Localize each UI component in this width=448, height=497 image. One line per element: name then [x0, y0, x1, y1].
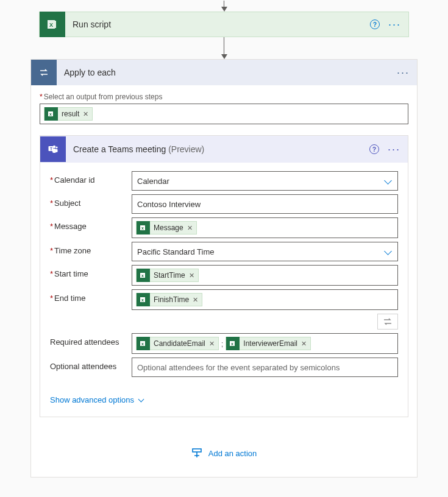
token-candidate-email[interactable]: x CandidateEmail ✕ [136, 337, 219, 350]
svg-text:x: x [141, 342, 144, 346]
remove-token-icon[interactable]: ✕ [193, 296, 198, 304]
svg-point-6 [55, 146, 57, 148]
select-output-input[interactable]: x result ✕ [40, 104, 408, 124]
optional-attendees-input[interactable] [132, 358, 398, 377]
add-action-label: Add an action [208, 449, 257, 458]
subject-label: Subject [54, 199, 80, 208]
row-optional-attendees: Optional attendees [50, 358, 398, 377]
swap-button[interactable] [377, 314, 398, 330]
svg-text:x: x [141, 298, 144, 302]
end-time-input[interactable]: x FinishTime ✕ [132, 289, 398, 310]
show-advanced-options-link[interactable]: Show advanced options [50, 395, 146, 404]
row-calendar-id: *Calendar id Calendar [50, 171, 398, 191]
apply-to-each-card: Apply to each ··· *Select an output from… [30, 59, 418, 478]
required-attendees-label: Required attendees [50, 337, 119, 347]
row-required-attendees: Required attendees x CandidateEmail ✕ ; … [50, 333, 398, 354]
chevron-down-icon [384, 247, 393, 256]
time-zone-value: Pacific Standard Time [137, 247, 214, 256]
svg-rect-21 [193, 449, 201, 452]
token-label: result [62, 110, 79, 118]
calendar-id-select[interactable]: Calendar [132, 171, 398, 191]
excel-icon: x [137, 293, 150, 306]
svg-rect-8 [56, 149, 58, 153]
message-label: Message [54, 222, 87, 231]
svg-text:x: x [49, 112, 52, 116]
loop-icon [31, 60, 57, 85]
token-result[interactable]: x result ✕ [44, 107, 93, 121]
token-label: FinishTime [154, 295, 189, 304]
excel-icon: x [137, 221, 150, 234]
token-interviewer-email[interactable]: x InterviewerEmail ✕ [226, 337, 311, 350]
calendar-id-value: Calendar [137, 177, 169, 186]
add-action-button[interactable]: Add an action [40, 448, 408, 459]
token-starttime[interactable]: x StartTime ✕ [136, 269, 199, 282]
chevron-down-icon [138, 396, 146, 404]
time-zone-select[interactable]: Pacific Standard Time [132, 242, 398, 261]
apply-to-each-header[interactable]: Apply to each ··· [31, 60, 417, 85]
token-separator: ; [221, 339, 224, 348]
token-label: Message [154, 224, 183, 232]
svg-text:x: x [141, 273, 144, 278]
remove-token-icon[interactable]: ✕ [83, 110, 88, 118]
add-action-icon [191, 448, 202, 459]
more-menu[interactable]: ··· [388, 147, 400, 152]
token-message[interactable]: x Message ✕ [136, 221, 197, 234]
run-script-card[interactable]: X Run script ? ··· [39, 12, 409, 37]
remove-token-icon[interactable]: ✕ [301, 340, 307, 348]
excel-icon: X [40, 12, 65, 37]
optional-attendees-label: Optional attendees [50, 362, 116, 371]
teams-meeting-title: Create a Teams meeting (Preview) [73, 144, 369, 154]
end-time-label: End time [54, 294, 85, 303]
row-message: *Message x Message ✕ [50, 217, 398, 238]
start-time-label: Start time [54, 269, 88, 278]
calendar-id-label: Calendar id [54, 175, 95, 185]
teams-meeting-card: T Create a Teams meeting (Preview) ? ···… [40, 135, 408, 417]
token-finishtime[interactable]: x FinishTime ✕ [136, 293, 202, 306]
excel-icon: x [137, 337, 150, 350]
row-end-time: *End time x FinishTime ✕ [50, 289, 398, 310]
connector-arrow-mid [0, 37, 448, 59]
token-label: InterviewerEmail [243, 339, 297, 348]
preview-tag: (Preview) [168, 144, 204, 154]
message-input[interactable]: x Message ✕ [132, 217, 398, 238]
connector-arrow-top [0, 1, 448, 12]
excel-icon: x [226, 337, 240, 350]
more-menu[interactable]: ··· [397, 70, 410, 75]
teams-meeting-header[interactable]: T Create a Teams meeting (Preview) ? ··· [40, 136, 408, 163]
run-script-title: Run script [73, 19, 370, 29]
row-start-time: *Start time x StartTime ✕ [50, 265, 398, 286]
teams-icon: T [40, 136, 66, 162]
chevron-down-icon [384, 177, 393, 185]
remove-token-icon[interactable]: ✕ [189, 272, 194, 280]
svg-text:X: X [49, 22, 53, 28]
svg-text:x: x [141, 226, 144, 230]
apply-to-each-title: Apply to each [64, 68, 397, 77]
excel-icon: x [44, 107, 58, 121]
help-icon[interactable]: ? [369, 144, 379, 154]
time-zone-label: Time zone [54, 246, 91, 255]
select-output-label: *Select an output from previous steps [40, 93, 408, 101]
required-attendees-input[interactable]: x CandidateEmail ✕ ; x InterviewerEmail … [132, 333, 398, 354]
token-label: CandidateEmail [154, 339, 205, 348]
svg-text:x: x [231, 342, 233, 346]
more-menu[interactable]: ··· [388, 22, 401, 27]
excel-icon: x [137, 269, 150, 282]
svg-text:T: T [50, 147, 52, 151]
start-time-input[interactable]: x StartTime ✕ [132, 265, 398, 286]
token-label: StartTime [154, 271, 185, 280]
remove-token-icon[interactable]: ✕ [209, 340, 215, 348]
row-subject: *Subject [50, 194, 398, 214]
remove-token-icon[interactable]: ✕ [187, 224, 193, 232]
subject-input[interactable] [132, 194, 398, 214]
row-time-zone: *Time zone Pacific Standard Time [50, 242, 398, 261]
help-icon[interactable]: ? [370, 19, 380, 29]
